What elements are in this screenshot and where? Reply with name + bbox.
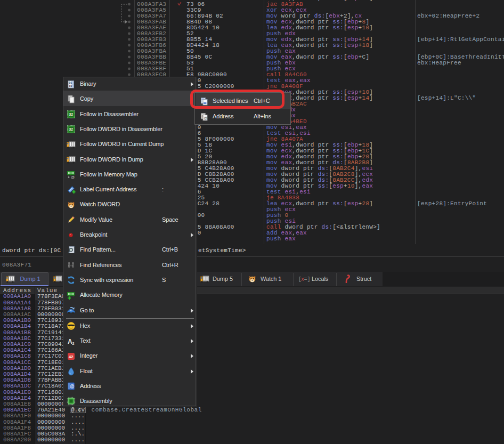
svg-text:@: @ bbox=[204, 116, 208, 120]
svg-text:=]: =] bbox=[304, 277, 311, 282]
